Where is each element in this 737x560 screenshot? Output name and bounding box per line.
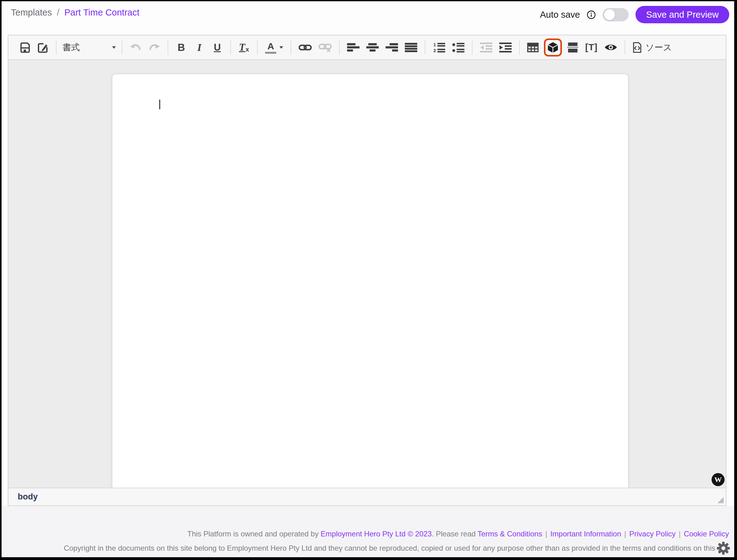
- text-field-button[interactable]: [T]: [585, 38, 598, 56]
- eye-icon: [604, 43, 617, 52]
- breadcrumb-current-page: Part Time Contract: [64, 7, 139, 18]
- editor-toolbar: 書式 B I: [8, 35, 726, 60]
- save-icon: [20, 42, 30, 53]
- save-and-preview-button[interactable]: Save and Preview: [635, 6, 729, 23]
- decrease-indent-icon: [480, 43, 492, 52]
- editor-canvas: [8, 60, 726, 488]
- align-center-button[interactable]: [366, 38, 379, 56]
- source-label: ソース: [645, 42, 672, 53]
- align-right-icon: [386, 43, 398, 52]
- remove-format-button[interactable]: T x: [238, 38, 250, 56]
- save-button[interactable]: [19, 38, 31, 56]
- bold-button[interactable]: B: [175, 38, 188, 56]
- widget-logo: W: [714, 476, 722, 484]
- toolbar-separator: [230, 40, 231, 55]
- cube-icon: [547, 42, 558, 53]
- footer: This Platform is owned and operated by E…: [64, 527, 729, 555]
- page-break-icon: [567, 42, 578, 53]
- resize-handle[interactable]: [717, 497, 724, 503]
- bulleted-list-button[interactable]: [451, 38, 465, 56]
- rich-text-editor: 書式 B I: [8, 35, 726, 506]
- redo-button: [148, 38, 161, 56]
- header-actions: Auto save Save and Preview: [540, 6, 729, 24]
- terms-link[interactable]: Terms & Conditions: [477, 530, 542, 538]
- preview-button[interactable]: [604, 38, 618, 56]
- underline-button[interactable]: U: [211, 38, 224, 56]
- underline-icon: U: [214, 42, 221, 53]
- toolbar-separator: [291, 40, 291, 55]
- toolbar-separator: [168, 40, 168, 55]
- align-right-button[interactable]: [385, 38, 399, 56]
- toolbar-separator: [519, 40, 520, 55]
- text-field-icon: [T]: [585, 42, 598, 52]
- align-center-icon: [366, 43, 379, 52]
- footer-please-read-text: . Please read: [432, 530, 478, 538]
- footer-line-2: Copyright in the documents on this site …: [64, 541, 729, 555]
- info-icon[interactable]: [587, 10, 596, 19]
- autosave-toggle[interactable]: [603, 8, 629, 21]
- breadcrumb: Templates / Part Time Contract: [11, 7, 139, 18]
- edit-icon: [37, 42, 48, 53]
- increase-indent-button[interactable]: [499, 38, 512, 56]
- table-icon: [527, 43, 539, 52]
- toolbar-separator: [472, 40, 472, 55]
- edit-template-button[interactable]: [37, 38, 49, 56]
- svg-text:2: 2: [433, 48, 436, 53]
- remove-format-icon: T x: [239, 42, 249, 53]
- italic-icon: I: [197, 42, 201, 53]
- footer-line-1: This Platform is owned and operated by E…: [64, 527, 729, 541]
- align-left-button[interactable]: [346, 38, 360, 56]
- link-icon: [299, 43, 312, 52]
- text-color-button[interactable]: A: [265, 38, 284, 56]
- app-window: Templates / Part Time Contract Auto save…: [2, 1, 734, 557]
- privacy-policy-link[interactable]: Privacy Policy: [629, 530, 676, 538]
- format-dropdown-value: 書式: [62, 42, 80, 53]
- undo-button: [129, 38, 142, 56]
- element-path-bar: body: [8, 488, 726, 505]
- cookie-policy-link[interactable]: Cookie Policy: [684, 530, 729, 538]
- justify-button[interactable]: [404, 38, 418, 56]
- bold-icon: B: [178, 42, 185, 53]
- redo-icon: [148, 43, 160, 52]
- chevron-down-icon: [112, 46, 116, 49]
- cookie-settings-button[interactable]: [717, 541, 730, 556]
- italic-button[interactable]: I: [193, 38, 206, 56]
- text-color-icon: A: [265, 41, 276, 54]
- toolbar-separator: [425, 40, 425, 55]
- toolbar-separator: [56, 40, 57, 55]
- decrease-indent-button: [479, 38, 493, 56]
- important-information-link[interactable]: Important Information: [550, 530, 621, 538]
- insert-link-button[interactable]: [298, 38, 312, 56]
- undo-icon: [130, 43, 142, 52]
- toggle-knob: [604, 9, 615, 20]
- toolbar-separator: [339, 40, 340, 55]
- source-document-icon: [633, 42, 642, 53]
- format-dropdown[interactable]: 書式: [62, 38, 116, 56]
- bulleted-list-icon: [452, 42, 464, 53]
- autosave-label: Auto save: [540, 10, 580, 20]
- numbered-list-button[interactable]: 1 2: [432, 38, 446, 56]
- source-button[interactable]: ソース: [632, 38, 672, 56]
- numbered-list-icon: 1 2: [433, 42, 445, 53]
- unlink-button: [318, 38, 332, 56]
- increase-indent-icon: [499, 43, 512, 52]
- element-path-body[interactable]: body: [18, 492, 38, 502]
- breadcrumb-templates-link[interactable]: Templates: [11, 7, 52, 18]
- gear-icon: [717, 541, 730, 555]
- toolbar-separator: [257, 40, 258, 55]
- align-left-icon: [347, 43, 359, 52]
- text-cursor: [159, 100, 160, 109]
- svg-text:1: 1: [433, 42, 436, 47]
- footer-ownership-text: This Platform is owned and operated by: [187, 530, 321, 538]
- chevron-down-icon: [279, 46, 283, 49]
- justify-icon: [405, 43, 417, 52]
- page-break-button[interactable]: [567, 38, 579, 56]
- toolbar-separator: [122, 40, 122, 55]
- breadcrumb-separator: /: [57, 7, 59, 18]
- document-page[interactable]: [112, 74, 629, 488]
- insert-table-button[interactable]: [527, 38, 539, 56]
- company-link[interactable]: Employment Hero Pty Ltd © 2023: [321, 530, 432, 538]
- widget-button[interactable]: W: [712, 473, 725, 486]
- insert-placeholder-cube-button[interactable]: [544, 38, 562, 56]
- toolbar-separator: [625, 40, 625, 55]
